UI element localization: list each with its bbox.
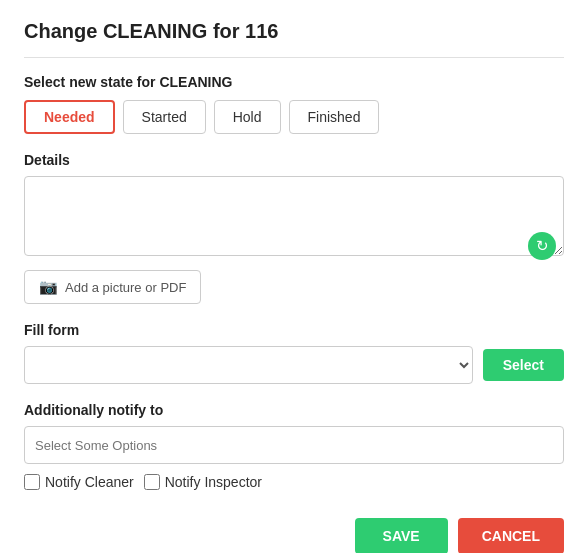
notify-select-input[interactable]	[24, 426, 564, 464]
refresh-icon[interactable]: ↻	[528, 232, 556, 260]
footer-buttons: SAVE CANCEL	[24, 518, 564, 553]
state-btn-started[interactable]: Started	[123, 100, 206, 134]
state-buttons-group: Needed Started Hold Finished	[24, 100, 564, 134]
save-button[interactable]: SAVE	[355, 518, 448, 553]
state-btn-finished[interactable]: Finished	[289, 100, 380, 134]
cancel-button[interactable]: CANCEL	[458, 518, 564, 553]
divider	[24, 57, 564, 58]
details-label: Details	[24, 152, 564, 168]
fill-form-label: Fill form	[24, 322, 564, 338]
notify-inspector-checkbox[interactable]	[144, 474, 160, 490]
state-btn-needed[interactable]: Needed	[24, 100, 115, 134]
add-picture-label: Add a picture or PDF	[65, 280, 186, 295]
details-wrapper: ↻	[24, 176, 564, 270]
notify-checkboxes: Notify Cleaner Notify Inspector	[24, 474, 564, 490]
add-picture-button[interactable]: 📷 Add a picture or PDF	[24, 270, 201, 304]
page-title: Change CLEANING for 116	[24, 20, 564, 43]
notify-cleaner-checkbox[interactable]	[24, 474, 40, 490]
camera-icon: 📷	[39, 278, 58, 296]
state-section-label: Select new state for CLEANING	[24, 74, 564, 90]
fill-form-select[interactable]	[24, 346, 473, 384]
notify-cleaner-label[interactable]: Notify Cleaner	[24, 474, 134, 490]
fill-form-row: Select	[24, 346, 564, 384]
select-button[interactable]: Select	[483, 349, 564, 381]
state-btn-hold[interactable]: Hold	[214, 100, 281, 134]
details-textarea[interactable]	[24, 176, 564, 256]
notify-inspector-label[interactable]: Notify Inspector	[144, 474, 262, 490]
additionally-label: Additionally notify to	[24, 402, 564, 418]
